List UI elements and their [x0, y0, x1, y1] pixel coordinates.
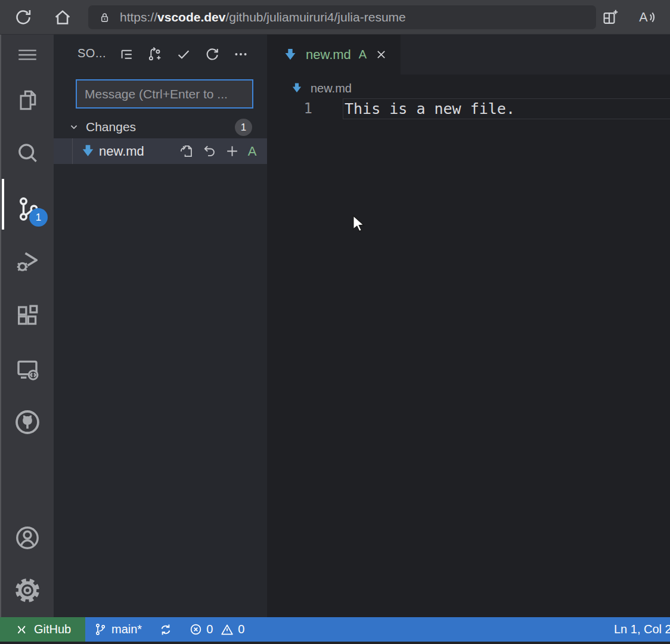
source-control-badge: 1 [29, 208, 48, 227]
search-icon [14, 140, 41, 166]
breadcrumb[interactable]: new.md [267, 77, 352, 100]
close-tab-button[interactable] [375, 48, 387, 61]
read-aloud-icon: A [637, 8, 657, 27]
tab-new-md[interactable]: new.md A [267, 35, 401, 75]
url-host: vscode.dev [157, 10, 225, 24]
errors-icon [189, 623, 203, 636]
sidebar-item-search[interactable] [1, 141, 54, 166]
changed-file-name: new.md [99, 138, 144, 164]
graph-create-icon [147, 46, 163, 63]
changed-file-row[interactable]: new.md [54, 138, 267, 164]
refresh-icon [13, 7, 33, 27]
editor-group: new.md A new.md 1 This is a new file. [267, 35, 670, 617]
indent-guide [72, 138, 73, 164]
split-screen-icon [601, 8, 620, 27]
warning-count: 0 [238, 623, 244, 636]
menu-button[interactable] [1, 42, 54, 67]
open-file-button[interactable] [175, 141, 198, 162]
status-bar: GitHub main* 0 [0, 617, 670, 642]
tab-git-status: A [359, 48, 367, 61]
browser-toolbar: https://vscode.dev/github/juliamuiruri4/… [0, 0, 670, 35]
sidebar-item-remote-explorer[interactable] [1, 357, 54, 382]
warnings-icon [220, 623, 234, 637]
refresh-icon [204, 46, 221, 63]
sync-changes-button[interactable] [159, 623, 173, 637]
markdown-file-icon [290, 82, 303, 95]
discard-icon [201, 143, 218, 159]
plus-icon [224, 143, 240, 159]
discard-changes-button[interactable] [198, 141, 221, 162]
tab-bar: new.md A [267, 35, 670, 75]
panel-title: SO... [77, 47, 106, 60]
code-text: This is a new file. [343, 99, 670, 119]
file-actions: A [175, 138, 261, 164]
source-control-panel: SO... [54, 35, 267, 617]
commit-button[interactable] [169, 44, 198, 64]
list-tree-icon [119, 47, 135, 63]
source-control-actions [112, 44, 255, 64]
editor-content: new.md 1 This is a new file. [267, 75, 670, 617]
problems-status-item[interactable]: 0 0 [189, 623, 244, 637]
remote-explorer-icon [13, 355, 42, 384]
active-view-indicator [2, 179, 4, 230]
run-debug-icon [14, 247, 41, 275]
sidebar-item-explorer[interactable] [1, 88, 54, 113]
activity-bar: 1 [0, 35, 54, 617]
close-icon [375, 48, 387, 61]
open-file-icon [179, 143, 195, 159]
files-icon [14, 87, 41, 113]
address-bar[interactable]: https://vscode.dev/github/juliamuiruri4/… [88, 5, 596, 29]
account-button[interactable] [1, 525, 54, 550]
remote-icon [14, 623, 27, 636]
refresh-button[interactable] [198, 44, 227, 64]
browser-read-aloud-button[interactable]: A [637, 8, 657, 27]
cursor-position-status[interactable]: Ln 1, Col 2 [614, 617, 670, 642]
branch-status-item[interactable]: main* [94, 623, 142, 636]
markdown-file-icon [283, 47, 298, 63]
browser-refresh-button[interactable] [13, 7, 33, 27]
stage-changes-button[interactable] [221, 141, 243, 162]
github-icon [13, 408, 42, 436]
changes-count-badge: 1 [235, 119, 252, 136]
account-icon [13, 524, 42, 552]
sync-icon [159, 623, 173, 637]
branch-name: main* [111, 623, 142, 636]
markdown-file-icon [80, 143, 96, 159]
view-as-tree-button[interactable] [112, 44, 141, 64]
current-line-highlight: This is a new file. [343, 98, 670, 119]
settings-button[interactable] [1, 578, 54, 603]
remote-label: GitHub [34, 623, 71, 636]
sidebar-item-github[interactable] [1, 410, 54, 435]
commit-message-input[interactable] [76, 79, 253, 109]
chevron-down-icon [67, 120, 80, 134]
error-count: 0 [206, 623, 213, 636]
check-icon [175, 46, 192, 63]
git-status-added: A [243, 144, 261, 159]
hamburger-menu-icon [16, 44, 39, 66]
breadcrumb-filename: new.md [311, 82, 352, 95]
bottom-edge [0, 642, 670, 644]
lock-icon [98, 11, 111, 24]
tab-label: new.md [306, 47, 351, 63]
extensions-icon [14, 302, 41, 330]
more-actions-button[interactable] [227, 44, 255, 64]
changes-section-header[interactable]: Changes 1 [54, 117, 267, 137]
svg-text:A: A [639, 10, 648, 24]
changes-label: Changes [86, 120, 136, 134]
ellipsis-icon [232, 46, 249, 63]
browser-split-screen-button[interactable] [601, 8, 620, 27]
sidebar-item-extensions[interactable] [1, 304, 54, 329]
browser-home-button[interactable] [52, 7, 73, 27]
home-icon [52, 7, 73, 27]
editor-line-1[interactable]: 1 This is a new file. [267, 98, 670, 119]
line-number: 1 [267, 98, 312, 119]
remote-indicator[interactable]: GitHub [0, 617, 85, 642]
gear-icon [13, 576, 42, 605]
sidebar-item-run-debug[interactable] [1, 249, 54, 274]
view-changes-button[interactable] [141, 44, 169, 64]
git-branch-icon [94, 623, 107, 636]
url-text: https://vscode.dev/github/juliamuiruri4/… [120, 10, 406, 24]
